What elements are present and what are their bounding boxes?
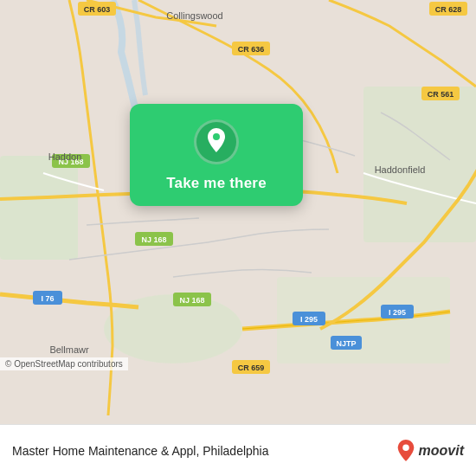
take-me-card[interactable]: Take me there bbox=[130, 104, 303, 206]
moovit-logo: moovit bbox=[396, 440, 464, 462]
map-container: CR 603 CR 628 CR 636 CR 561 NJ 168 NJ 16… bbox=[0, 0, 476, 424]
pin-svg bbox=[204, 128, 228, 156]
copyright-text: © OpenStreetMap contributors bbox=[5, 359, 123, 369]
svg-text:CR 561: CR 561 bbox=[428, 90, 454, 99]
svg-text:NJ 168: NJ 168 bbox=[179, 296, 204, 305]
svg-point-34 bbox=[402, 444, 408, 450]
svg-rect-1 bbox=[0, 156, 78, 260]
moovit-text: moovit bbox=[419, 443, 464, 459]
bottom-bar: Master Home Maintenance & Appl, Philadel… bbox=[0, 424, 476, 476]
business-name: Master Home Maintenance & Appl, Philadel… bbox=[12, 444, 388, 458]
svg-text:CR 659: CR 659 bbox=[238, 363, 265, 372]
copyright-bar: © OpenStreetMap contributors bbox=[0, 357, 128, 370]
svg-text:Haddon: Haddon bbox=[48, 151, 82, 162]
take-me-label: Take me there bbox=[166, 175, 267, 192]
svg-text:I 295: I 295 bbox=[389, 308, 406, 317]
location-pin-icon bbox=[194, 119, 239, 164]
svg-text:I 295: I 295 bbox=[300, 315, 318, 324]
svg-text:I 76: I 76 bbox=[41, 294, 54, 303]
moovit-pin-icon bbox=[396, 440, 415, 462]
svg-text:CR 603: CR 603 bbox=[84, 5, 111, 14]
svg-text:Haddonfield: Haddonfield bbox=[375, 164, 426, 175]
svg-text:Bellmawr: Bellmawr bbox=[49, 344, 89, 355]
svg-text:CR 636: CR 636 bbox=[238, 45, 265, 54]
svg-text:Collingswood: Collingswood bbox=[166, 10, 222, 21]
svg-text:NJ 168: NJ 168 bbox=[141, 235, 166, 244]
svg-text:NJTP: NJTP bbox=[336, 339, 356, 348]
svg-point-33 bbox=[213, 133, 220, 140]
svg-text:CR 628: CR 628 bbox=[435, 5, 462, 14]
